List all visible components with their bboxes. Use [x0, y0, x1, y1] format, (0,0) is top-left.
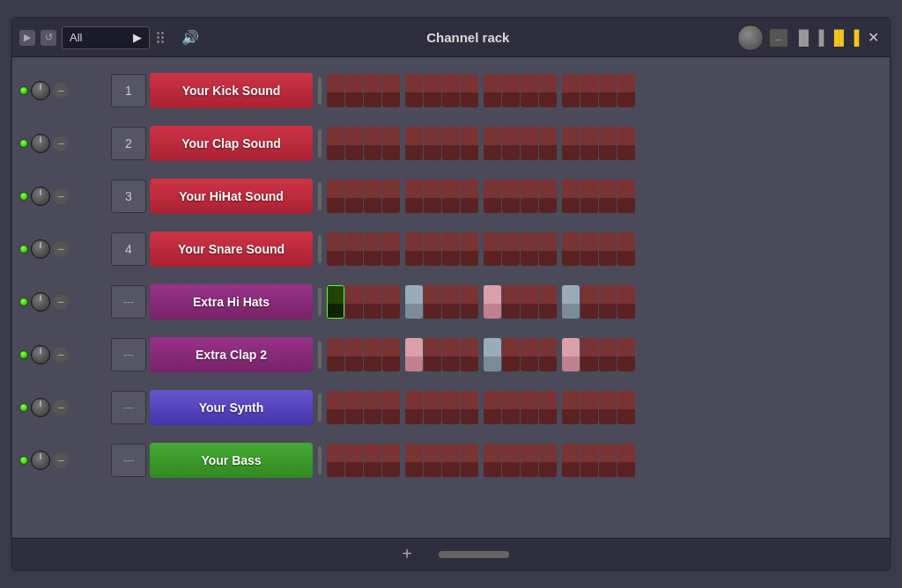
pad[interactable] — [484, 127, 501, 160]
pad[interactable] — [617, 285, 635, 319]
channel-led[interactable] — [19, 456, 28, 465]
pad[interactable] — [405, 180, 423, 213]
channel-name-button[interactable]: Extra Clap 2 — [150, 337, 313, 372]
channel-name-button[interactable]: Your Bass — [150, 443, 313, 478]
pad[interactable] — [345, 127, 363, 160]
pad[interactable] — [382, 444, 400, 477]
channel-mute-button[interactable]: − — [53, 188, 69, 204]
pad[interactable] — [580, 180, 598, 213]
pad[interactable] — [521, 232, 538, 266]
channel-name-button[interactable]: Extra Hi Hats — [150, 284, 313, 320]
menu-button[interactable]: ... — [769, 28, 788, 48]
channel-number-box[interactable]: --- — [111, 285, 146, 319]
pad[interactable] — [461, 285, 478, 319]
pad[interactable] — [405, 444, 423, 477]
pad[interactable] — [539, 232, 557, 266]
pad[interactable] — [562, 74, 580, 107]
pad[interactable] — [539, 74, 557, 107]
channel-led[interactable] — [19, 403, 28, 412]
pad[interactable] — [364, 74, 381, 107]
pad[interactable] — [461, 391, 478, 424]
channel-number-box[interactable]: --- — [111, 391, 146, 424]
pad[interactable] — [461, 74, 478, 107]
drag-handle[interactable] — [155, 28, 173, 47]
pad[interactable] — [562, 338, 580, 371]
pad[interactable] — [424, 444, 441, 477]
pad[interactable] — [502, 180, 520, 213]
pad[interactable] — [502, 127, 520, 160]
pad[interactable] — [345, 180, 363, 213]
add-channel-button[interactable]: + — [393, 542, 421, 566]
pad[interactable] — [617, 444, 635, 477]
pad[interactable] — [345, 444, 363, 477]
channel-led[interactable] — [19, 245, 28, 254]
pad[interactable] — [502, 285, 520, 319]
pad[interactable] — [364, 391, 381, 424]
pad[interactable] — [442, 444, 460, 477]
filter-dropdown[interactable]: All ▶ — [62, 26, 150, 49]
channel-volume-knob[interactable] — [31, 345, 50, 364]
pad[interactable] — [484, 232, 501, 266]
channel-number-box[interactable]: 3 — [111, 180, 146, 213]
pad[interactable] — [424, 180, 441, 213]
channel-name-button[interactable]: Your Synth — [150, 390, 313, 425]
channel-number-box[interactable]: 2 — [111, 127, 146, 160]
pad[interactable] — [382, 232, 400, 266]
pad[interactable] — [461, 127, 478, 160]
pad[interactable] — [580, 285, 598, 319]
pad[interactable] — [327, 391, 344, 424]
undo-button[interactable]: ↺ — [41, 30, 56, 46]
pad[interactable] — [521, 127, 538, 160]
pad[interactable] — [617, 74, 635, 107]
pad[interactable] — [562, 444, 580, 477]
pad[interactable] — [364, 232, 381, 266]
pad[interactable] — [521, 391, 538, 424]
channel-name-button[interactable]: Your Kick Sound — [150, 73, 313, 108]
pad[interactable] — [617, 232, 635, 266]
pad[interactable] — [424, 127, 441, 160]
pad[interactable] — [382, 391, 400, 424]
pad[interactable] — [424, 391, 441, 424]
pad[interactable] — [442, 391, 460, 424]
pad[interactable] — [521, 180, 538, 213]
channel-volume-knob[interactable] — [31, 239, 50, 259]
channel-mute-button[interactable]: − — [53, 294, 69, 310]
pad[interactable] — [382, 127, 400, 160]
pad[interactable] — [364, 180, 381, 213]
pad[interactable] — [580, 338, 598, 371]
pad[interactable] — [424, 232, 441, 266]
pad[interactable] — [521, 74, 538, 107]
pad[interactable] — [562, 391, 580, 424]
pad[interactable] — [442, 285, 460, 319]
pad[interactable] — [442, 232, 460, 266]
pattern-icon[interactable]: ▐▌▐ — [829, 30, 859, 46]
pad[interactable] — [562, 285, 580, 319]
channel-led[interactable] — [19, 139, 28, 148]
pad[interactable] — [405, 391, 423, 424]
pad[interactable] — [502, 74, 520, 107]
pad[interactable] — [562, 127, 580, 160]
pad[interactable] — [484, 74, 501, 107]
pad[interactable] — [539, 285, 557, 319]
horizontal-scrollbar[interactable] — [439, 551, 509, 558]
channel-name-button[interactable]: Your Snare Sound — [150, 232, 313, 267]
channel-mute-button[interactable]: − — [53, 400, 69, 415]
pad[interactable] — [327, 338, 344, 371]
pad[interactable] — [617, 180, 635, 213]
pad[interactable] — [599, 391, 617, 424]
bar-chart-icon[interactable]: ▐▌▐ — [794, 30, 824, 46]
pad[interactable] — [442, 180, 460, 213]
pad[interactable] — [484, 391, 501, 424]
pad[interactable] — [442, 338, 460, 371]
pad[interactable] — [539, 180, 557, 213]
pad[interactable] — [539, 338, 557, 371]
pad[interactable] — [599, 338, 617, 371]
pad[interactable] — [442, 127, 460, 160]
pad[interactable] — [345, 338, 363, 371]
master-knob[interactable] — [737, 25, 764, 51]
pad[interactable] — [484, 180, 501, 213]
pad[interactable] — [424, 338, 441, 371]
pad[interactable] — [484, 285, 501, 319]
pad[interactable] — [461, 444, 478, 477]
pad[interactable] — [599, 285, 617, 319]
